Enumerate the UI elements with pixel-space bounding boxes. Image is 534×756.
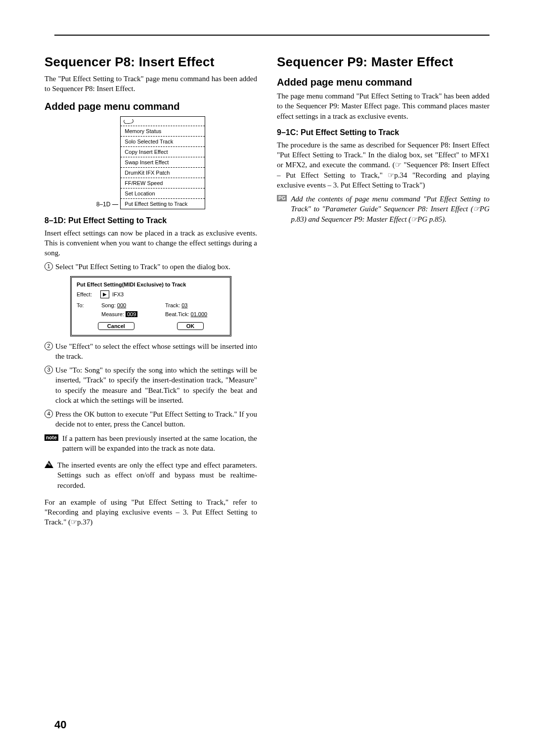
left-heading-3: 8–1D: Put Effect Setting to Track <box>44 216 257 225</box>
menu-item: Memory Status <box>121 126 205 137</box>
two-column-layout: Sequencer P8: Insert Effect The "Put Eff… <box>44 54 490 530</box>
right-heading-1: Sequencer P9: Master Effect <box>277 54 490 70</box>
dialog-ok-button: OK <box>177 322 204 330</box>
left-closing: For an example of using "Put Effect Sett… <box>44 497 257 527</box>
left-intro: The "Put Effect Setting to Track" page m… <box>44 74 257 94</box>
dialog-measure-cell: Measure: 009 <box>101 311 161 317</box>
dialog-track-value: 03 <box>181 302 187 308</box>
dialog-song-label: Song: <box>101 302 116 308</box>
dialog-title: Put Effect Setting(MIDI Exclusive) to Tr… <box>77 282 225 287</box>
dialog-beat-label: Beat.Tick: <box>165 311 189 317</box>
pg-badge-icon: PG <box>277 195 287 201</box>
dialog-effect-row: Effect: ▶ IFX3 <box>77 290 225 298</box>
menu-item: Copy Insert Effect <box>121 147 205 157</box>
dialog-buttons: Cancel OK <box>77 322 225 330</box>
dialog-beat-value: 01.000 <box>191 311 208 317</box>
step-3: Use "To: Song" to specify the song into … <box>44 365 257 405</box>
dialog-track-label: Track: <box>165 302 180 308</box>
note-badge-icon: note <box>44 434 58 441</box>
right-intro: The page menu command "Put Effect Settin… <box>277 91 490 121</box>
dialog-song-value: 000 <box>117 302 126 308</box>
page-menu-figure: 8–1D Memory Status Solo Selected Track C… <box>44 116 257 209</box>
dialog-beat-cell: Beat.Tick: 01.000 <box>165 311 225 317</box>
step-4: Press the OK button to execute "Put Effe… <box>44 409 257 429</box>
step-1: Select "Put Effect Setting to Track" to … <box>44 262 257 272</box>
left-heading-1: Sequencer P8: Insert Effect <box>44 54 257 70</box>
dialog-box: Put Effect Setting(MIDI Exclusive) to Tr… <box>70 276 231 336</box>
menu-item: FF/REW Speed <box>121 178 205 189</box>
dialog-effect-label: Effect: <box>77 291 97 297</box>
warning-block: The inserted events are only the effect … <box>44 460 257 493</box>
right-body: The procedure is the same as described f… <box>277 140 490 190</box>
dialog-track-cell: Track: 03 <box>165 302 225 308</box>
page: Sequencer P8: Insert Effect The "Put Eff… <box>0 0 534 756</box>
menu-item: Set Location <box>121 189 205 199</box>
menu-item: Swap Insert Effect <box>121 157 205 168</box>
menu-item: Solo Selected Track <box>121 137 205 147</box>
page-number: 40 <box>54 718 66 731</box>
menu-item: DrumKit IFX Patch <box>121 168 205 178</box>
dialog-figure: Put Effect Setting(MIDI Exclusive) to Tr… <box>44 276 257 336</box>
dialog-cancel-button: Cancel <box>98 322 134 330</box>
left-heading-2: Added page menu command <box>44 101 257 112</box>
dialog-measure-value: 009 <box>126 311 137 317</box>
step-list-cont: Use "Effect" to select the effect whose … <box>44 341 257 429</box>
right-column: Sequencer P9: Master Effect Added page m… <box>277 54 490 530</box>
dropdown-icon: ▶ <box>100 290 109 298</box>
pg-text: Add the contents of page menu command "P… <box>291 194 490 224</box>
dialog-song-cell: Song: 000 <box>101 302 161 308</box>
dialog-effect-value: IFX3 <box>112 291 124 297</box>
top-rule <box>54 35 490 36</box>
step-2: Use "Effect" to select the effect whose … <box>44 341 257 362</box>
step-list: Select "Put Effect Setting to Track" to … <box>44 262 257 272</box>
warning-icon <box>44 461 53 468</box>
left-column: Sequencer P8: Insert Effect The "Put Eff… <box>44 54 257 530</box>
dialog-measure-label: Measure: <box>101 311 124 317</box>
right-heading-3: 9–1C: Put Effect Setting to Track <box>277 128 490 137</box>
dialog-to-label: To: <box>77 302 97 308</box>
menu-item: Put Effect Setting to Track <box>121 199 205 209</box>
note-text: If a pattern has been previously inserte… <box>62 433 257 454</box>
warning-text: The inserted events are only the effect … <box>57 460 257 490</box>
page-menu-close-icon <box>121 117 205 126</box>
dialog-to-grid: To: Song: 000 Track: 03 Measure: 009 <box>77 302 225 317</box>
pg-block: PG Add the contents of page menu command… <box>277 194 490 227</box>
left-paragraph: Insert effect settings can now be placed… <box>44 228 257 258</box>
menu-callout-label: 8–1D <box>96 201 111 209</box>
menu-callout-line <box>112 204 118 205</box>
page-menu-box: Memory Status Solo Selected Track Copy I… <box>120 116 205 209</box>
right-heading-2: Added page menu command <box>277 77 490 88</box>
note-block: note If a pattern has been previously in… <box>44 433 257 457</box>
